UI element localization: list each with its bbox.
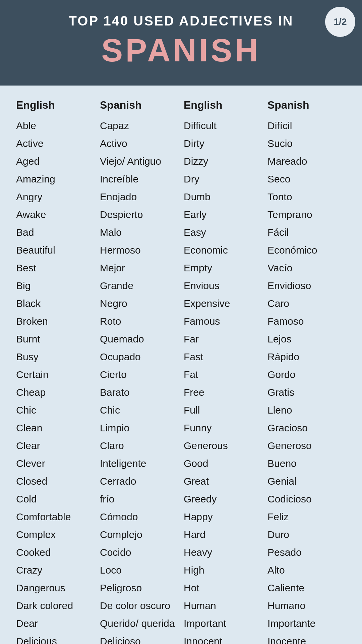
table-row: Hermoso [97,241,181,259]
table-row: Cold [13,490,97,508]
table-row: Aged [13,152,97,170]
table-row: Far [181,330,265,348]
table-row: Hot [181,579,265,597]
table-row: Awake [13,206,97,223]
table-row: Dear [13,614,97,632]
table-row: Full [181,401,265,419]
table-row: Fat [181,366,265,383]
col3-header: English [181,96,265,117]
adjectives-table: English Spanish English Spanish AbleCapa… [13,96,349,644]
table-row: Lleno [265,401,349,419]
table-row: Despierto [97,206,181,223]
table-row: Heavy [181,543,265,561]
table-row: Beautiful [13,241,97,259]
table-row: Best [13,259,97,277]
table-row: Important [181,614,265,632]
table-row: Bad [13,223,97,241]
table-row: Loco [97,561,181,579]
table-row: De color oscuro [97,597,181,614]
col4-header: Spanish [265,96,349,117]
table-row: Generoso [265,437,349,454]
table-row: Cocido [97,543,181,561]
table-row: Lejos [265,330,349,348]
table-row: Negro [97,294,181,312]
table-row: Envious [181,277,265,294]
header-title: SPANISH [20,32,342,69]
header: 1/2 TOP 140 USED ADJECTIVES IN SPANISH [0,0,362,86]
table-row: High [181,561,265,579]
table-row: Caliente [265,579,349,597]
table-row: Limpio [97,419,181,437]
table-row: Pesado [265,543,349,561]
table-row: Closed [13,472,97,490]
table-row: Dirty [181,135,265,152]
table-row: Big [13,277,97,294]
table-row: Inteligente [97,454,181,472]
table-row: Dizzy [181,152,265,170]
table-row: Fast [181,348,265,366]
table-row: Viejo/ Antiguo [97,152,181,170]
table-row: Economic [181,241,265,259]
table-row: Mareado [265,152,349,170]
table-row: Envidioso [265,277,349,294]
table-row: Malo [97,223,181,241]
table-row: Increíble [97,170,181,188]
table-row: Clear [13,437,97,454]
table-row: Active [13,135,97,152]
table-row: Codicioso [265,490,349,508]
table-row: Cooked [13,543,97,561]
col2-header: Spanish [97,96,181,117]
table-row: Cheap [13,383,97,401]
table-row: Vacío [265,259,349,277]
table-row: Happy [181,508,265,526]
table-row: Comfortable [13,508,97,526]
table-row: Funny [181,419,265,437]
table-row: frío [97,490,181,508]
table-row: Bueno [265,454,349,472]
table-row: Roto [97,312,181,330]
table-row: Difficult [181,117,265,135]
table-row: Gratis [265,383,349,401]
table-row: Caro [265,294,349,312]
table-row: Económico [265,241,349,259]
table-row: Early [181,206,265,223]
table-row: Humano [265,597,349,614]
table-row: Ocupado [97,348,181,366]
col1-header: English [13,96,97,117]
table-row: Delicioso [97,632,181,644]
table-row: Chic [97,401,181,419]
table-row: Gracioso [265,419,349,437]
page-badge: 1/2 [325,7,355,37]
table-row: Complejo [97,526,181,543]
table-row: Gordo [265,366,349,383]
table-row: Free [181,383,265,401]
table-row: Empty [181,259,265,277]
table-row: Innocent [181,632,265,644]
table-row: Rápido [265,348,349,366]
table-row: Complex [13,526,97,543]
table-row: Grande [97,277,181,294]
table-row: Famous [181,312,265,330]
table-row: Angry [13,188,97,206]
table-row: Burnt [13,330,97,348]
table-row: Amazing [13,170,97,188]
table-row: Certain [13,366,97,383]
table-row: Sucio [265,135,349,152]
table-row: Quemado [97,330,181,348]
table-row: Inocente [265,632,349,644]
table-row: Dangerous [13,579,97,597]
table-row: Hard [181,526,265,543]
table-row: Capaz [97,117,181,135]
table-row: Temprano [265,206,349,223]
table-row: Alto [265,561,349,579]
table-row: Famoso [265,312,349,330]
table-row: Black [13,294,97,312]
table-row: Dark colored [13,597,97,614]
table-row: Duro [265,526,349,543]
table-row: Clever [13,454,97,472]
table-row: Dry [181,170,265,188]
table-row: Importante [265,614,349,632]
table-row: Great [181,472,265,490]
table-row: Broken [13,312,97,330]
table-row: Clean [13,419,97,437]
